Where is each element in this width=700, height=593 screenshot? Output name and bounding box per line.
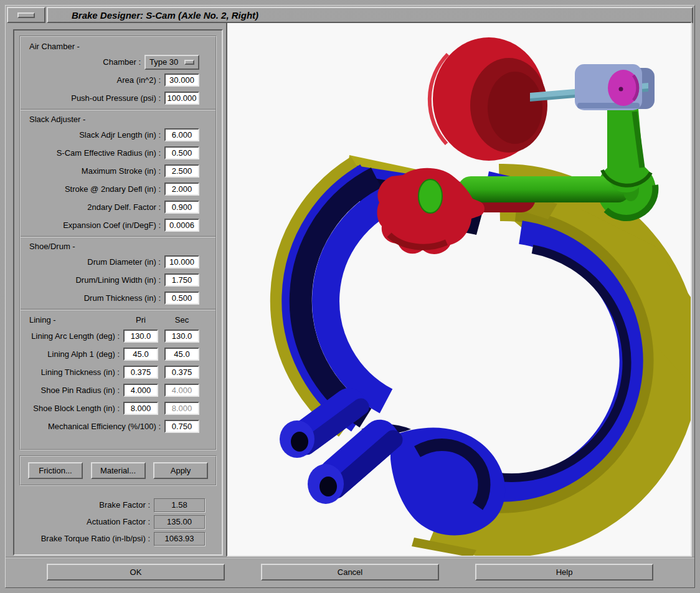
window-frame: Brake Designer: S-Cam (Axle No. 2, Right… (0, 0, 700, 593)
scam-radius-label: S-Cam Effective Radius (in) : (57, 148, 161, 158)
apply-button[interactable]: Apply (153, 462, 208, 479)
area-input[interactable] (164, 74, 199, 87)
area-row: Area (in^2) : (21, 71, 215, 89)
2ndary-factor-row: 2ndary Delf. Factor : (21, 198, 215, 216)
brake-factor-label: Brake Factor : (99, 500, 150, 510)
anchor-pin-hole-right (319, 477, 337, 496)
friction-button[interactable]: Friction... (28, 462, 83, 479)
lining-col-pri: Pri (123, 315, 158, 325)
lining-arc-label: Lining Arc Length (deg) : (31, 331, 120, 341)
shoe-block-length-label: Shoe Block Length (in) : (33, 404, 120, 413)
2ndary-factor-label: 2ndary Delf. Factor : (87, 202, 161, 212)
shoe-drum-section-title: Shoe/Drum - (21, 239, 215, 253)
shoe-pin-radius-label: Shoe Pin Radius (in) : (41, 386, 120, 395)
results-area: Brake Factor : 1.58 Actuation Factor : 1… (14, 496, 222, 547)
lining-thickness-label: Lining Thickness (in) : (41, 368, 120, 377)
lining-alph-sec-input[interactable] (164, 348, 199, 361)
shoe-pin-radius-row: Shoe Pin Radius (in) : (21, 381, 215, 399)
stroke-2ndary-input[interactable] (164, 183, 199, 196)
lining-thickness-pri-input[interactable] (123, 366, 158, 379)
slack-length-row: Slack Adjr Length (in) : (21, 126, 215, 144)
window-menu-dash-icon (17, 12, 35, 18)
air-chamber-cone-deep (488, 72, 542, 144)
lining-arc-pri-input[interactable] (123, 330, 158, 343)
titlebar[interactable]: Brake Designer: S-Cam (Axle No. 2, Right… (47, 7, 693, 23)
pushout-pressure-label: Push-out Pressure (psi) : (71, 93, 161, 103)
stroke-2ndary-label: Stroke @ 2ndary Defl (in) : (65, 184, 161, 194)
area-label: Area (in^2) : (117, 75, 161, 85)
slack-length-input[interactable] (164, 128, 199, 141)
expansion-coef-input[interactable] (164, 219, 199, 232)
option-menu-indicator-icon (184, 60, 194, 65)
chamber-option-value: Type 30 (149, 57, 178, 67)
cancel-button[interactable]: Cancel (261, 564, 439, 581)
brake-factor-value: 1.58 (154, 498, 205, 512)
brake-torque-ratio-row: Brake Torque Ratio (in-lb/psi) : 1063.93 (14, 530, 222, 547)
camshaft (458, 176, 631, 202)
shoe-pin-radius-pri-input[interactable] (123, 384, 158, 397)
actuation-factor-value: 135.00 (154, 515, 205, 529)
mech-efficiency-row: Mechanical Efficiency (%/100) : (21, 417, 215, 435)
camshaft-front-face (419, 179, 442, 213)
lining-alph-label: Lining Alph 1 (deg) : (47, 349, 120, 359)
pushout-pressure-input[interactable] (164, 92, 199, 105)
lining-arc-row: Lining Arc Length (deg) : (21, 327, 215, 345)
drum-diameter-input[interactable] (164, 255, 199, 268)
drum-thickness-input[interactable] (164, 292, 199, 305)
actuation-factor-label: Actuation Factor : (87, 517, 150, 526)
max-stroke-row: Maximum Stroke (in) : (21, 162, 215, 180)
window-menu-button[interactable] (7, 7, 45, 23)
mech-efficiency-label: Mechanical Efficiency (%/100) : (48, 422, 161, 431)
drum-thickness-row: Drum Thickness (in) : (21, 289, 215, 307)
lining-col-sec: Sec (164, 315, 199, 325)
shoe-block-length-row: Shoe Block Length (in) : (21, 399, 215, 417)
section-separator (21, 109, 215, 110)
shoe-block-length-sec-input (164, 402, 199, 415)
drum-diameter-row: Drum Diameter (in) : (21, 253, 215, 271)
scam-radius-input[interactable] (164, 146, 199, 159)
lining-thickness-sec-input[interactable] (164, 366, 199, 379)
expansion-coef-label: Expansion Coef (in/DegF) : (63, 221, 161, 230)
shoe-block-length-pri-input[interactable] (123, 402, 158, 415)
slack-length-label: Slack Adjr Length (in) : (79, 130, 161, 140)
slack-adjuster-section-title: Slack Adjuster - (21, 112, 215, 126)
chamber-option-menu[interactable]: Type 30 (144, 55, 199, 70)
expansion-coef-row: Expansion Coef (in/DegF) : (21, 216, 215, 234)
drum-thickness-label: Drum Thickness (in) : (84, 293, 161, 303)
material-button[interactable]: Material... (91, 462, 146, 479)
lining-alph-pri-input[interactable] (123, 348, 158, 361)
max-stroke-input[interactable] (164, 164, 199, 178)
mech-efficiency-input[interactable] (164, 420, 199, 433)
stroke-2ndary-row: Stroke @ 2ndary Defl (in) : (21, 180, 215, 198)
app-window: Brake Designer: S-Cam (Axle No. 2, Right… (5, 5, 695, 588)
drum-lining-width-input[interactable] (164, 273, 199, 287)
window-title: Brake Designer: S-Cam (Axle No. 2, Right… (72, 10, 258, 21)
lining-thickness-row: Lining Thickness (in) : (21, 363, 215, 381)
clevis-pin-center (619, 87, 623, 92)
brake-torque-ratio-value: 1063.93 (154, 532, 205, 546)
brake-assembly-3d-render (227, 23, 691, 556)
3d-viewport[interactable] (226, 22, 692, 557)
scam-radius-row: S-Cam Effective Radius (in) : (21, 144, 215, 162)
dialog-button-bar: OK Cancel Help (6, 557, 694, 586)
drum-lining-width-row: Drum/Lining Width (in) : (21, 271, 215, 289)
lining-alph-row: Lining Alph 1 (deg) : (21, 345, 215, 363)
lining-section-title: Lining - (21, 315, 123, 325)
controls-box: Air Chamber - Chamber : Type 30 Area (in… (19, 36, 217, 450)
lining-arc-sec-input[interactable] (164, 330, 199, 343)
pushout-pressure-row: Push-out Pressure (psi) : (21, 89, 215, 107)
parameter-panel: Air Chamber - Chamber : Type 30 Area (in… (13, 29, 223, 556)
help-button[interactable]: Help (475, 564, 653, 581)
section-separator (21, 309, 215, 310)
section-separator (21, 236, 215, 237)
drum-lining-width-label: Drum/Lining Width (in) : (75, 275, 161, 285)
2ndary-factor-input[interactable] (164, 201, 199, 214)
lining-header-row: Lining - Pri Sec (21, 312, 215, 327)
drum-diameter-label: Drum Diameter (in) : (87, 257, 161, 267)
actuation-factor-row: Actuation Factor : 135.00 (14, 513, 222, 530)
ok-button[interactable]: OK (47, 564, 225, 581)
brake-torque-ratio-label: Brake Torque Ratio (in-lb/psi) : (41, 534, 150, 543)
action-buttons-box: Friction... Material... Apply (19, 455, 217, 486)
shoe-pin-radius-sec-input (164, 384, 199, 397)
chamber-label: Chamber : (103, 57, 141, 67)
